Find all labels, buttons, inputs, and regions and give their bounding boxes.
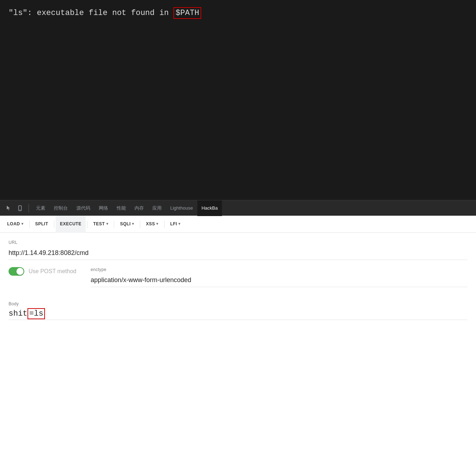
tab-elements[interactable]: 元素 xyxy=(32,200,50,216)
hackbar-tab-load[interactable]: LOAD ▾ xyxy=(3,216,28,233)
xss-dropdown-arrow: ▾ xyxy=(156,222,158,226)
terminal-output: "ls": executable file not found in $PATH xyxy=(0,0,476,200)
tab-network[interactable]: 网络 xyxy=(95,200,112,216)
url-value[interactable]: http://1.14.49.218:8082/cmd xyxy=(9,246,467,260)
tab-sources[interactable]: 源代码 xyxy=(72,200,95,216)
body-value[interactable]: shit=ls xyxy=(9,308,467,320)
device-toggle-icon[interactable] xyxy=(14,202,26,214)
tab-divider-5 xyxy=(140,221,140,228)
tab-performance[interactable]: 性能 xyxy=(112,200,130,216)
post-method-toggle-section: Use POST method xyxy=(9,267,76,276)
hackbar-panel: LOAD ▾ SPLIT EXECUTE TEST ▾ SQLI ▾ XSS ▾… xyxy=(0,216,476,461)
devtools-toolbar: 元素 控制台 源代码 网络 性能 内存 应用 Lighthouse HackBa xyxy=(0,200,476,216)
body-prefix: shit xyxy=(9,309,27,318)
tab-application[interactable]: 应用 xyxy=(148,200,166,216)
cursor-icon[interactable] xyxy=(3,202,14,214)
hackbar-tab-test[interactable]: TEST ▾ xyxy=(89,216,112,233)
enctype-label: enctype xyxy=(91,267,467,272)
hackbar-tab-lfi[interactable]: LFI ▾ xyxy=(166,216,185,233)
tab-memory[interactable]: 内存 xyxy=(130,200,148,216)
tab-hackbar[interactable]: HackBa xyxy=(197,200,222,216)
hackbar-tab-execute[interactable]: EXECUTE xyxy=(56,216,86,233)
terminal-error-text: "ls": executable file not found in xyxy=(9,9,173,17)
body-highlighted: =ls xyxy=(27,308,45,319)
hackbar-tab-xss[interactable]: XSS ▾ xyxy=(142,216,163,233)
tab-lighthouse[interactable]: Lighthouse xyxy=(166,200,197,216)
hackbar-tabs-bar: LOAD ▾ SPLIT EXECUTE TEST ▾ SQLI ▾ XSS ▾… xyxy=(0,216,476,233)
body-field: Body shit=ls xyxy=(9,301,467,320)
lfi-dropdown-arrow: ▾ xyxy=(178,222,181,226)
terminal-path-highlight: $PATH xyxy=(173,7,201,19)
tab-divider-3 xyxy=(87,221,87,228)
hackbar-tab-sqli[interactable]: SQLI ▾ xyxy=(116,216,138,233)
sqli-dropdown-arrow: ▾ xyxy=(132,222,134,226)
load-dropdown-arrow: ▾ xyxy=(21,222,24,226)
post-method-label: Use POST method xyxy=(29,268,76,275)
toolbar-divider xyxy=(29,204,29,212)
body-label: Body xyxy=(9,301,467,306)
url-label: URL xyxy=(9,240,467,245)
terminal-text: "ls": executable file not found in $PATH xyxy=(9,7,467,19)
post-method-toggle[interactable] xyxy=(9,267,24,276)
toggle-row: Use POST method enctype application/x-ww… xyxy=(9,267,467,294)
svg-point-1 xyxy=(20,209,20,210)
test-dropdown-arrow: ▾ xyxy=(106,222,108,226)
toggle-knob xyxy=(16,268,24,275)
tab-divider-6 xyxy=(164,221,164,228)
enctype-value[interactable]: application/x-www-form-urlencoded xyxy=(91,274,467,287)
hackbar-content: URL http://1.14.49.218:8082/cmd Use POST… xyxy=(0,233,476,327)
enctype-section: enctype application/x-www-form-urlencode… xyxy=(91,267,467,294)
tab-divider-1 xyxy=(29,221,30,228)
hackbar-tab-split[interactable]: SPLIT xyxy=(31,216,53,233)
tab-console[interactable]: 控制台 xyxy=(50,200,72,216)
tab-divider-4 xyxy=(114,221,114,228)
tab-divider-2 xyxy=(54,221,54,228)
